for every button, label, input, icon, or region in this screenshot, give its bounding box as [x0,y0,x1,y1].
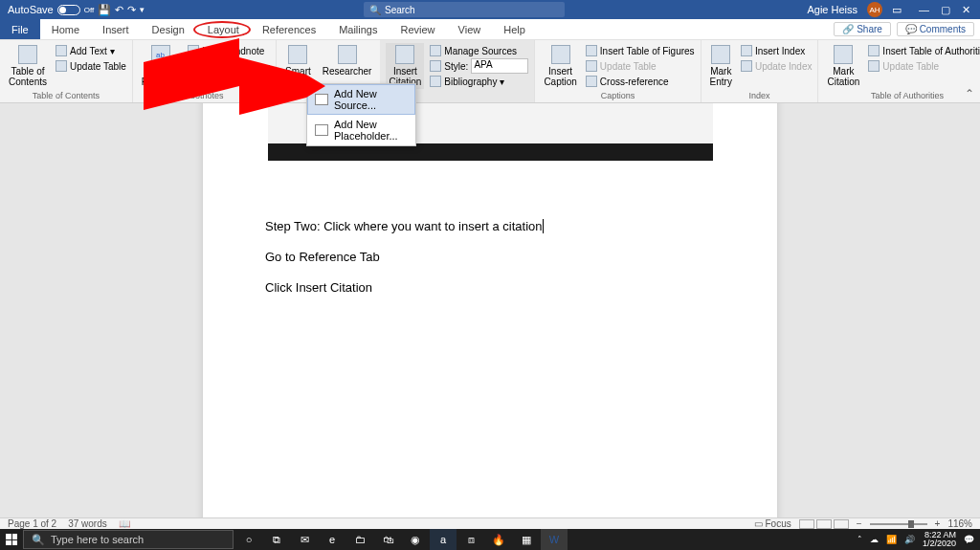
start-button[interactable] [0,529,23,550]
cortana-icon[interactable]: ○ [235,529,262,550]
add-new-source-item[interactable]: Add New Source... [307,84,415,115]
close-icon[interactable]: ✕ [962,4,970,16]
insert-footnote-button[interactable]: ab Insert Footnote [139,43,182,89]
manage-sources-button[interactable]: Manage Sources [430,43,528,58]
mark-entry-button[interactable]: Mark Entry [707,43,735,89]
tab-mailings[interactable]: Mailings [327,19,389,39]
page-indicator[interactable]: Page 1 of 2 [8,518,56,529]
add-text-icon [56,45,67,56]
zoom-out-icon[interactable]: − [857,518,862,529]
ribbon: Table of Contents Add Text ▾ Update Tabl… [0,40,980,103]
tab-references[interactable]: References [251,19,327,39]
text-line[interactable]: Step Two: Click where you want to insert… [265,219,543,233]
insert-caption-button[interactable]: Insert Caption [541,43,579,89]
insert-figures-button[interactable]: Insert Table of Figures [586,43,695,58]
autosave-toggle[interactable]: AutoSave Off [8,4,94,15]
title-bar: AutoSave Off 💾 ↶ ↷ ▾ Document1 - Word 🔍 … [0,0,980,19]
save-icon[interactable]: 💾 [98,4,111,16]
page[interactable]: Step Two: Click where you want to insert… [203,103,777,517]
add-text-button[interactable]: Add Text ▾ [56,43,126,58]
redo-icon[interactable]: ↷ [127,4,136,16]
store-icon[interactable]: 🛍 [374,529,401,550]
app-icon[interactable]: ▦ [513,529,540,550]
tab-help[interactable]: Help [492,19,537,39]
style-icon [430,60,441,72]
word-icon[interactable]: W [541,529,568,550]
update-table-button[interactable]: Update Table [56,58,126,74]
smart-lookup-button[interactable]: Smart [282,43,314,78]
mail-icon[interactable]: ✉ [291,529,318,550]
tab-layout[interactable]: Layout [196,19,251,39]
text-line[interactable]: Click Insert Citation [265,279,777,297]
read-mode-icon[interactable] [799,519,814,529]
user-name[interactable]: Agie Heiss [807,4,858,15]
dropbox-icon[interactable]: ⧈ [457,529,484,550]
next-footnote-button[interactable]: Next Footnote ▾ [188,58,270,74]
wifi-icon[interactable]: 📶 [886,535,897,544]
cross-reference-button[interactable]: Cross-reference [586,74,695,89]
spellcheck-icon[interactable]: 📖 [119,518,130,529]
insert-authorities-button[interactable]: Insert Table of Authorities [868,43,980,58]
toc-button[interactable]: Table of Contents [6,43,50,89]
insert-endnote-button[interactable]: Insert Endnote [188,43,270,58]
tab-insert[interactable]: Insert [91,19,141,39]
tab-design[interactable]: Design [141,19,196,39]
taskbar-search[interactable]: 🔍 Type here to search [23,530,234,549]
firefox-icon[interactable]: 🔥 [485,529,512,550]
amazon-icon[interactable]: a [430,529,457,550]
zoom-in-icon[interactable]: + [935,518,941,529]
tab-review[interactable]: Review [390,19,447,39]
share-button[interactable]: 🔗 Share [834,22,890,36]
document-body[interactable]: Step Two: Click where you want to insert… [265,161,777,297]
edge-icon[interactable]: e [319,529,345,550]
tab-home[interactable]: Home [40,19,91,39]
new-source-icon [315,94,328,105]
canvas[interactable]: Step Two: Click where you want to insert… [0,103,980,517]
explorer-icon[interactable]: 🗀 [346,529,373,550]
cloud-icon[interactable]: ☁ [870,535,879,544]
chrome-icon[interactable]: ◉ [402,529,429,550]
update-index-icon [741,60,752,72]
bibliography-button[interactable]: Bibliography ▾ [430,74,528,89]
zoom-level[interactable]: 116% [947,518,972,529]
notifications-icon[interactable]: 💬 [964,535,974,544]
add-new-placeholder-item[interactable]: Add New Placeholder... [307,115,415,145]
update-figures-icon [586,60,597,72]
avatar[interactable]: AH [867,2,882,17]
insert-index-button[interactable]: Insert Index [741,43,813,58]
tab-file[interactable]: File [0,19,40,39]
task-view-icon[interactable]: ⧉ [263,529,290,550]
figures-icon [586,45,597,56]
group-authorities: Mark Citation Insert Table of Authoritie… [818,40,980,102]
text-line[interactable]: Go to Reference Tab [265,249,777,266]
maximize-icon[interactable]: ▢ [941,4,950,16]
style-select-row[interactable]: Style: APA [430,58,528,74]
next-footnote-icon [188,60,199,72]
tray-up-icon[interactable]: ˄ [858,535,862,544]
volume-icon[interactable]: 🔊 [904,535,915,544]
new-placeholder-icon [315,124,328,136]
word-count[interactable]: 37 words [68,518,107,529]
ribbon-display-icon[interactable]: ▭ [892,4,902,16]
print-layout-icon[interactable] [816,519,832,529]
taskbar: 🔍 Type here to search ○ ⧉ ✉ e 🗀 🛍 ◉ a ⧈ … [0,529,980,550]
text-cursor [543,219,544,233]
undo-icon[interactable]: ↶ [115,4,123,16]
zoom-slider[interactable] [870,523,927,525]
insert-citation-button[interactable]: Insert Citation [386,43,424,89]
tab-view[interactable]: View [447,19,493,39]
group-toc: Table of Contents Add Text ▾ Update Tabl… [0,40,133,102]
minimize-icon[interactable]: — [919,4,929,16]
web-layout-icon[interactable] [834,519,849,529]
focus-mode-button[interactable]: ▭ Focus [754,518,791,529]
researcher-button[interactable]: Researcher [320,43,375,78]
group-label: Index [707,91,813,102]
search-box[interactable]: 🔍 Search [364,2,565,17]
collapse-ribbon-icon[interactable]: ⌃ [965,87,974,100]
comments-button[interactable]: 💬 Comments [897,22,974,36]
update-index-button: Update Index [741,58,813,74]
mark-citation-button[interactable]: Mark Citation [824,43,862,89]
show-notes-icon [188,76,199,87]
clock[interactable]: 8:22 AM 1/2/2020 [923,531,956,548]
qat-more-icon[interactable]: ▾ [140,5,145,14]
